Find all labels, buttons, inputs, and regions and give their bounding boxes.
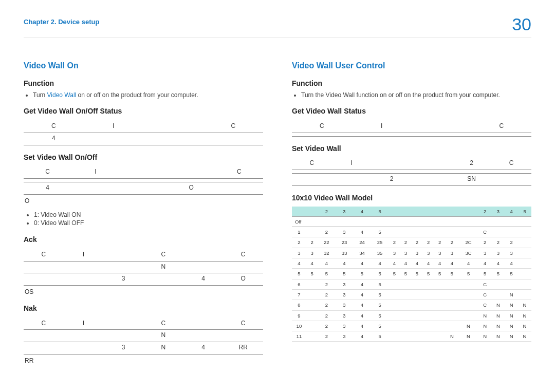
model-cell: [458, 289, 478, 300]
model-cell: 35: [371, 248, 389, 258]
model-cell: 2: [318, 321, 336, 331]
model-cell: 3: [336, 310, 354, 321]
model-cell: 5: [353, 269, 371, 279]
video-wall-link[interactable]: Video Wall: [47, 91, 77, 99]
cell: C: [223, 250, 263, 259]
model-cell: 2: [434, 237, 446, 248]
model-cell: 4: [353, 321, 371, 331]
nak-packet: C I C C N 3: [24, 318, 263, 354]
model-row: 12345C: [292, 227, 531, 237]
model-header-cell: 4: [505, 207, 518, 217]
model-header-cell: [306, 207, 318, 217]
model-cell: [306, 321, 318, 331]
model-cell: [423, 227, 434, 237]
model-cell: 5: [458, 269, 478, 279]
model-cell: 3: [336, 227, 354, 237]
model-cell: [411, 321, 422, 331]
packet-row: C I 2 C: [292, 158, 531, 170]
model-cell: 3: [336, 289, 354, 300]
model-off-cell: Off: [292, 216, 531, 227]
model-cell: 5: [423, 269, 434, 279]
cell: O: [168, 183, 215, 192]
cell: [64, 343, 104, 352]
packet-row: C I C: [24, 166, 263, 179]
model-cell: 5: [371, 310, 389, 321]
model-header-row: 23452345: [292, 207, 531, 217]
packet-row: 2 SN: [292, 174, 531, 186]
model-cell: 5: [434, 269, 446, 279]
cell: I: [64, 319, 104, 328]
model-cell: 4: [478, 258, 492, 269]
model-header-cell: 3: [492, 207, 505, 217]
cell: [412, 122, 472, 130]
model-cell: 4: [411, 258, 422, 269]
model-header-cell: 4: [353, 207, 371, 217]
model-row: 72345CN: [292, 289, 531, 300]
model-cell: [423, 289, 434, 300]
content-columns: Video Wall On Function Turn Video Wall o…: [24, 60, 531, 370]
model-header-cell: [446, 207, 459, 217]
model-cell: 8: [292, 300, 306, 310]
model-cell: [518, 248, 531, 258]
model-cell: [423, 331, 434, 342]
cell: [215, 183, 263, 192]
cell: [223, 263, 263, 271]
model-cell: [423, 300, 434, 310]
model-cell: 3: [505, 248, 518, 258]
model-cell: [518, 237, 531, 248]
model-cell: 7: [292, 289, 306, 300]
model-cell: [492, 227, 505, 237]
model-cell: N: [458, 331, 478, 342]
model-heading: 10x10 Video Wall Model: [292, 193, 531, 203]
cell: [64, 274, 104, 283]
cell: 4: [24, 183, 71, 192]
model-cell: 5: [371, 321, 389, 331]
cell: C: [143, 319, 183, 328]
model-cell: 4: [353, 279, 371, 289]
model-cell: N: [458, 321, 478, 331]
model-cell: N: [505, 310, 518, 321]
model-row: 62345C: [292, 279, 531, 289]
cell: [183, 331, 224, 340]
model-cell: 5: [446, 269, 459, 279]
function-heading: Function: [24, 79, 263, 89]
model-cell: [423, 310, 434, 321]
left-column: Video Wall On Function Turn Video Wall o…: [24, 60, 263, 370]
model-cell: [423, 321, 434, 331]
model-cell: [446, 227, 459, 237]
cell: I: [332, 159, 372, 167]
model-cell: 3: [492, 248, 505, 258]
packet-row: 3 N 4 RR: [24, 342, 263, 354]
model-cell: [306, 289, 318, 300]
get-status-heading: Get Video Wall On/Off Status: [24, 106, 263, 117]
model-cell: N: [518, 321, 531, 331]
section-title-video-wall-user-control: Video Wall User Control: [292, 60, 531, 71]
cell: [143, 122, 203, 130]
model-cell: [434, 289, 446, 300]
cell: [183, 319, 224, 328]
model-row: 33323334353333333C333: [292, 248, 531, 258]
right-column: Video Wall User Control Function Turn th…: [292, 60, 531, 370]
model-cell: 5: [371, 300, 389, 310]
model-cell: 4: [505, 258, 518, 269]
cell: C: [292, 122, 352, 130]
cell: I: [64, 250, 104, 259]
cell: [143, 274, 183, 283]
model-cell: C: [478, 289, 492, 300]
model-cell: 2: [318, 227, 336, 237]
model-cell: 5: [400, 269, 411, 279]
model-cell: 3: [478, 248, 492, 258]
model-cell: [306, 227, 318, 237]
model-cell: 4: [388, 258, 400, 269]
model-cell: [518, 227, 531, 237]
cell: C: [292, 159, 332, 167]
model-cell: 5: [318, 269, 336, 279]
cell: 3: [103, 343, 143, 352]
model-cell: 3C: [458, 248, 478, 258]
model-cell: 3: [336, 331, 354, 342]
model-cell: 3: [306, 248, 318, 258]
model-cell: 4: [318, 258, 336, 269]
model-cell: 4: [434, 258, 446, 269]
model-cell: [388, 321, 400, 331]
model-cell: [518, 269, 531, 279]
